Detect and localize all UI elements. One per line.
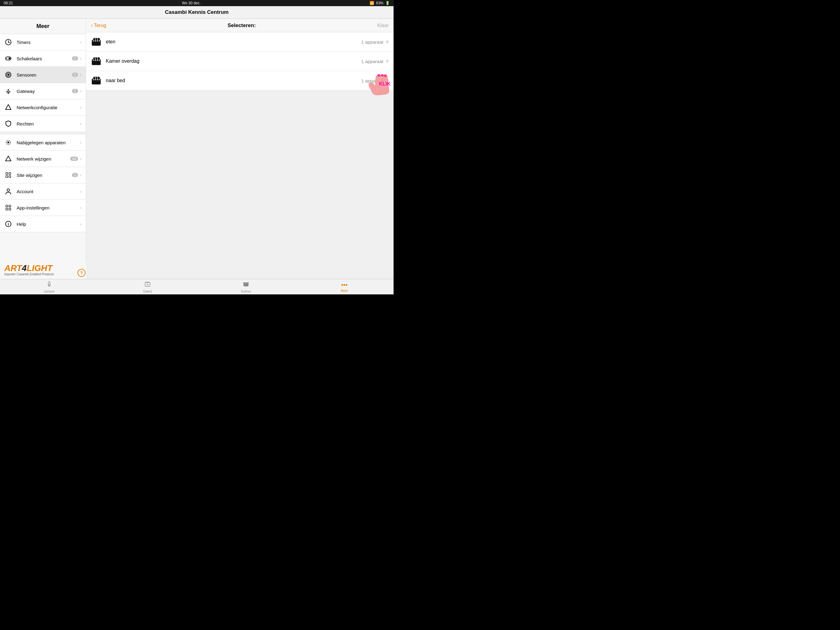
scene-list: eten 1 apparaat ≡ <box>86 32 393 90</box>
scene-tab-icon <box>243 281 249 289</box>
scene-item-eten[interactable]: eten 1 apparaat ≡ <box>86 32 393 52</box>
scene-item-naar-bed[interactable]: naar bed 1 apparaat ≡ <box>86 71 393 90</box>
scene-item-kamer-overdag[interactable]: Kamer overdag 1 apparaat ≡ <box>86 52 393 71</box>
done-button[interactable]: Klaar <box>377 23 388 28</box>
scene-count-naar-bed: 1 apparaat <box>361 78 384 83</box>
sidebar-label-account: Account <box>17 189 80 194</box>
logo-area: ART4LIGHT Importer Casambi Enabled Produ… <box>0 261 86 279</box>
help-button[interactable]: ? <box>77 269 85 277</box>
scene-handle-icon-naar-bed: ≡ <box>386 78 388 83</box>
wifi-icon: 📶 <box>369 1 374 5</box>
svg-point-20 <box>7 189 9 192</box>
sidebar-label-site-wijzigen: Site wijzigen <box>17 173 72 178</box>
svg-marker-33 <box>93 38 100 40</box>
back-button[interactable]: ‹ Terug <box>91 23 106 28</box>
tab-meer[interactable]: ••• Meer <box>295 280 393 294</box>
chevron-icon-nabijgelegen: › <box>80 140 82 145</box>
svg-rect-24 <box>9 208 11 210</box>
chevron-icon-netwerkconfiguratie: › <box>80 105 82 110</box>
sidebar-item-netwerk-wijzigen[interactable]: Netwerk wijzigen 44 › <box>0 151 86 167</box>
sidebar-label-rechten: Rechten <box>17 121 80 127</box>
grid-icon <box>4 204 12 212</box>
site-icon <box>4 171 12 179</box>
sidebar-item-account[interactable]: Account › <box>0 184 86 199</box>
back-chevron-icon: ‹ <box>91 23 93 28</box>
shield-icon <box>4 120 12 128</box>
logo-spacer <box>0 232 86 254</box>
switch-icon <box>4 54 12 62</box>
sidebar-item-schakelaars[interactable]: Schakelaars 1 › <box>0 51 86 67</box>
logo-four: 4 <box>22 263 27 273</box>
sidebar-item-nabijgelegen[interactable]: Nabijgelegen apparaten › <box>0 135 86 151</box>
status-time: 08:21 <box>4 1 13 5</box>
svg-marker-12 <box>6 104 11 109</box>
scene-name-eten: eten <box>106 39 361 44</box>
scene-count-kamer: 1 apparaat <box>361 59 384 64</box>
svg-marker-42 <box>93 57 100 59</box>
sidebar-label-netwerkconfiguratie: Netwerkconfiguratie <box>17 105 80 110</box>
badge-schakelaars: 1 <box>72 56 78 60</box>
chevron-icon-schakelaars: › <box>80 56 82 61</box>
sidebar-label-sensoren: Sensoren <box>17 72 72 78</box>
svg-rect-16 <box>6 173 8 174</box>
scene-handle-icon-eten: ≡ <box>386 39 388 44</box>
svg-rect-18 <box>6 176 8 177</box>
scene-name-kamer: Kamer overdag <box>106 59 361 64</box>
sidebar-item-timers[interactable]: Timers › <box>0 34 86 51</box>
badge-site-wijzigen: 1 <box>72 173 78 177</box>
sidebar-label-gateway: Gateway <box>17 89 72 94</box>
network-edit-icon <box>4 155 12 163</box>
network-icon <box>4 103 12 111</box>
scene-clapper-icon-kamer <box>91 56 101 66</box>
sidebar-header: Meer <box>0 19 86 34</box>
more-icon: ••• <box>341 282 347 288</box>
battery-icon: 🔋 <box>385 1 390 5</box>
content-header: ‹ Terug Selecteren: Klaar <box>86 19 393 32</box>
sidebar-item-rechten[interactable]: Rechten › <box>0 116 86 132</box>
svg-point-6 <box>9 57 11 59</box>
sidebar-item-site-wijzigen[interactable]: Site wijzigen 1 › <box>0 167 86 184</box>
scene-handle-icon-kamer: ≡ <box>386 59 388 64</box>
svg-rect-63 <box>147 282 148 283</box>
sidebar-item-app-instellingen[interactable]: App-instellingen › <box>0 199 86 216</box>
svg-marker-51 <box>93 77 100 79</box>
sidebar-label-timers: Timers <box>17 40 80 45</box>
person-icon <box>4 187 12 195</box>
title-bar: Casambi Kennis Centrum <box>0 6 393 19</box>
sidebar-item-netwerkconfiguratie[interactable]: Netwerkconfiguratie › <box>0 99 86 116</box>
sidebar: Meer Timers › <box>0 19 86 279</box>
chevron-icon-help: › <box>80 222 82 226</box>
svg-marker-15 <box>6 156 11 161</box>
logo-light: LIGHT <box>27 263 52 273</box>
nearby-icon <box>4 138 12 146</box>
content-panel: ‹ Terug Selecteren: Klaar <box>86 19 393 279</box>
sidebar-label-schakelaars: Schakelaars <box>17 56 72 61</box>
badge-gateway: 1 <box>72 89 78 93</box>
chevron-icon-netwerk-wijzigen: › <box>80 156 82 161</box>
scene-count-eten: 1 apparaat <box>361 40 384 44</box>
svg-text:i: i <box>8 222 9 226</box>
logo-sub: Importer Casambi Enabled Products <box>4 272 82 276</box>
chevron-icon-site-wijzigen: › <box>80 173 82 177</box>
tab-lampen[interactable]: Lampen <box>0 280 98 294</box>
svg-rect-21 <box>6 205 8 207</box>
main-layout: Meer Timers › <box>0 19 393 279</box>
chevron-icon-gateway: › <box>80 89 82 93</box>
sensor-icon <box>4 71 12 79</box>
tab-bar: Lampen A Galerij Scènes ••• M <box>0 279 393 294</box>
tab-scenes[interactable]: Scènes <box>197 280 295 294</box>
sidebar-label-help: Help <box>17 222 80 227</box>
sidebar-item-help[interactable]: i Help › <box>0 216 86 232</box>
app-title: Casambi Kennis Centrum <box>165 9 229 15</box>
svg-point-7 <box>7 74 9 76</box>
chevron-icon-rechten: › <box>80 121 82 126</box>
battery-level: 63% <box>376 1 384 5</box>
gateway-icon <box>4 87 12 95</box>
sidebar-item-gateway[interactable]: Gateway 1 › <box>0 83 86 99</box>
scene-clapper-icon-naar-bed <box>91 75 101 86</box>
clock-icon <box>4 38 12 46</box>
tab-galerij[interactable]: A Galerij <box>98 280 197 294</box>
sidebar-item-sensoren[interactable]: Sensoren 1 › <box>0 67 86 83</box>
logo-main: ART4LIGHT <box>4 264 82 272</box>
svg-text:A: A <box>147 283 149 286</box>
